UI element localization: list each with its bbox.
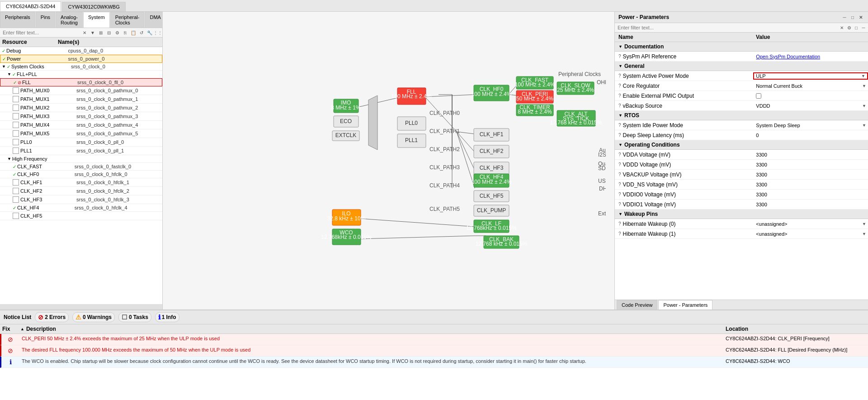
paste-icon[interactable]: 📋 — [130, 29, 137, 36]
help-icon[interactable]: ? — [618, 103, 621, 108]
list-item[interactable]: PATH_MUX3 srss_0_clock_0_pathmux_3 — [0, 112, 162, 121]
vbackup-source-dropdown-icon[interactable]: ▼ — [862, 104, 866, 108]
help-icon[interactable]: ? — [618, 162, 621, 167]
help-icon[interactable]: ? — [618, 133, 621, 138]
system-power-mode-dropdown-icon[interactable]: ▼ — [861, 74, 865, 78]
i2s-label: I2S/PDM-MCM — [598, 152, 606, 158]
help-icon[interactable]: ? — [618, 152, 621, 157]
list-item[interactable]: PATH_MUX5 srss_0_clock_0_pathmux_5 — [0, 129, 162, 138]
panel-close-icon[interactable]: ✕ — [857, 14, 864, 21]
list-item[interactable]: CLK_HF2 srss_0_clock_0_hfclk_2 — [0, 187, 162, 195]
idle-power-mode-dropdown-icon[interactable]: ▼ — [862, 123, 866, 128]
list-item[interactable]: ✓ Power srss_0_power_0 — [0, 55, 162, 63]
list-item[interactable]: ▼ ✓ FLL+PLL — [0, 71, 162, 78]
notice-row[interactable]: ⊘ The desired FLL frequency 100.000 MHz … — [0, 345, 868, 357]
param-value: Open SysPm Documentation — [754, 53, 868, 60]
list-item[interactable]: PATH_MUX2 srss_0_clock_0_pathmux_2 — [0, 104, 162, 112]
core-regulator-dropdown-icon[interactable]: ▼ — [862, 84, 866, 88]
section-documentation[interactable]: ▼ Documentation — [615, 42, 868, 52]
right-filter-input[interactable] — [616, 24, 838, 31]
pmic-output-checkbox[interactable] — [756, 93, 761, 99]
list-item[interactable]: CLK_HF5 — [0, 212, 162, 220]
param-row: ? vBackup Source VDDD ▼ — [615, 101, 868, 111]
tab-system[interactable]: System — [83, 12, 110, 28]
filter-icon[interactable]: ▼ — [89, 29, 96, 36]
tab-periclocks[interactable]: Peripheral-Clocks — [110, 12, 145, 28]
section-expand-arrow[interactable]: ▼ — [618, 113, 623, 118]
section-general[interactable]: ▼ General — [615, 62, 868, 71]
clk-timer-freq-label: 8 MHz ± 2.4% — [518, 109, 552, 115]
check-icon: ✓ — [7, 64, 10, 69]
panel-minimize-icon[interactable]: ─ — [841, 14, 848, 21]
collapse-all-icon[interactable]: ⊟ — [105, 29, 113, 36]
list-item[interactable]: ✓ CLK_HF4 srss_0_clock_0_hfclk_4 — [0, 204, 162, 212]
list-item[interactable]: PLL1 srss_0_clock_0_pll_1 — [0, 147, 162, 155]
help-icon[interactable]: ? — [618, 231, 621, 236]
list-item[interactable]: CLK_HF1 srss_0_clock_0_hfclk_1 — [0, 178, 162, 187]
list-item[interactable]: ✓ CLK_HF0 srss_0_clock_0_hfclk_0 — [0, 171, 162, 178]
filter-input[interactable] — [1, 29, 81, 36]
help-icon[interactable]: ? — [618, 123, 621, 128]
help-icon[interactable]: ? — [618, 182, 621, 187]
clear-filter-icon[interactable]: ✕ — [81, 29, 88, 36]
copy-icon[interactable]: ⎘ — [122, 29, 129, 36]
section-expand-arrow[interactable]: ▼ — [618, 44, 623, 49]
notice-row[interactable]: ⊘ CLK_PERI 50 MHz ± 2.4% exceeds the max… — [0, 334, 868, 345]
param-row: ? Enable External PMIC Output — [615, 91, 868, 101]
section-operating-conditions[interactable]: ▼ Operating Conditions — [615, 140, 868, 150]
list-item[interactable]: PATH_MUX0 srss_0_clock_0_pathmux_0 — [0, 86, 162, 95]
tab-pins[interactable]: Pins — [36, 12, 55, 28]
param-name: ? Hibernate Wakeup (1) — [615, 230, 754, 238]
help-icon[interactable]: ? — [618, 83, 621, 88]
expand-all-icon[interactable]: ⊞ — [97, 29, 104, 36]
list-item[interactable]: ✓ Debug cpuss_0_dap_0 — [0, 47, 162, 55]
section-rtos[interactable]: ▼ RTOS — [615, 111, 868, 120]
tab-peripherals[interactable]: Peripherals — [0, 12, 35, 28]
tab-cy8c624[interactable]: CY8C624ABZI-S2D44 — [0, 1, 61, 11]
list-item[interactable]: ✓ CLK_FAST srss_0_clock_0_fastclk_0 — [0, 163, 162, 171]
section-wakeup-pins[interactable]: ▼ Wakeup Pins — [615, 210, 868, 219]
expand-icon[interactable]: ▼ — [2, 64, 6, 69]
section-expand-arrow[interactable]: ▼ — [618, 143, 623, 147]
list-item[interactable]: CLK_HF3 srss_0_clock_0_hfclk_3 — [0, 195, 162, 204]
help-icon[interactable]: ? — [618, 172, 621, 177]
list-item[interactable]: ▼ ✓ System Clocks srss_0_clock_0 — [0, 63, 162, 71]
param-row: ? VDDA Voltage (mV) 3300 — [615, 150, 868, 160]
notice-row[interactable]: ℹ The WCO is enabled. Chip startup will … — [0, 357, 868, 368]
right-filter-settings-icon[interactable]: ⚙ — [845, 24, 853, 31]
section-expand-arrow[interactable]: ▼ — [618, 64, 623, 68]
hibernate-wakeup-0-dropdown-icon[interactable]: ▼ — [862, 222, 866, 226]
help-icon[interactable]: ? — [618, 202, 621, 207]
right-filter-window-icon[interactable]: □ — [853, 24, 860, 31]
section-expand-arrow[interactable]: ▼ — [618, 212, 623, 216]
tools-icon[interactable]: 🔧 — [146, 29, 153, 36]
list-item[interactable]: ▼ High Frequency — [0, 155, 162, 163]
resource-label: PATH_MUX5 — [20, 131, 76, 136]
gear-icon[interactable]: ⚙ — [113, 29, 121, 36]
expand-icon[interactable]: ▼ — [7, 157, 11, 161]
list-item[interactable]: PLL0 srss_0_clock_0_pll_0 — [0, 138, 162, 147]
help-icon[interactable]: ? — [618, 221, 621, 226]
resource-names: srss_0_clock_0 — [71, 64, 160, 69]
help-icon[interactable]: ? — [618, 73, 621, 78]
list-item[interactable]: PATH_MUX1 srss_0_clock_0_pathmux_1 — [0, 95, 162, 104]
list-item[interactable]: PATH_MUX4 srss_0_clock_0_pathmux_4 — [0, 121, 162, 129]
tab-power-parameters[interactable]: Power - Parameters — [658, 300, 712, 310]
right-filter-clear-icon[interactable]: ✕ — [838, 24, 845, 31]
tab-analog[interactable]: Analog-Routing — [56, 12, 83, 28]
help-icon[interactable]: ? — [618, 192, 621, 197]
tab-code-preview[interactable]: Code Preview — [617, 300, 657, 310]
hibernate-wakeup-1-dropdown-icon[interactable]: ▼ — [862, 232, 866, 236]
list-item[interactable]: ✓ ⊘ FLL srss_0_clock_0_fll_0 — [0, 78, 162, 86]
panel-maximize-icon[interactable]: □ — [849, 14, 856, 21]
grid-icon[interactable]: ⋮⋮ — [154, 29, 161, 36]
refresh-icon[interactable]: ↺ — [138, 29, 145, 36]
help-icon[interactable]: ? — [618, 93, 621, 98]
horizontal-scrollbar[interactable] — [0, 304, 162, 310]
syspm-api-link[interactable]: Open SysPm Documentation — [756, 54, 820, 59]
right-filter-minimize-icon[interactable]: ─ — [860, 24, 867, 31]
expand-icon[interactable]: ▼ — [7, 72, 11, 76]
tab-cyw43012[interactable]: CYW43012C0WKWBG — [62, 2, 125, 11]
help-icon[interactable]: ? — [618, 54, 621, 59]
diagram-area[interactable]: CLK_PATH0 CLK_PATH1 CLK_PATH2 CLK_PATH3 … — [163, 12, 614, 310]
